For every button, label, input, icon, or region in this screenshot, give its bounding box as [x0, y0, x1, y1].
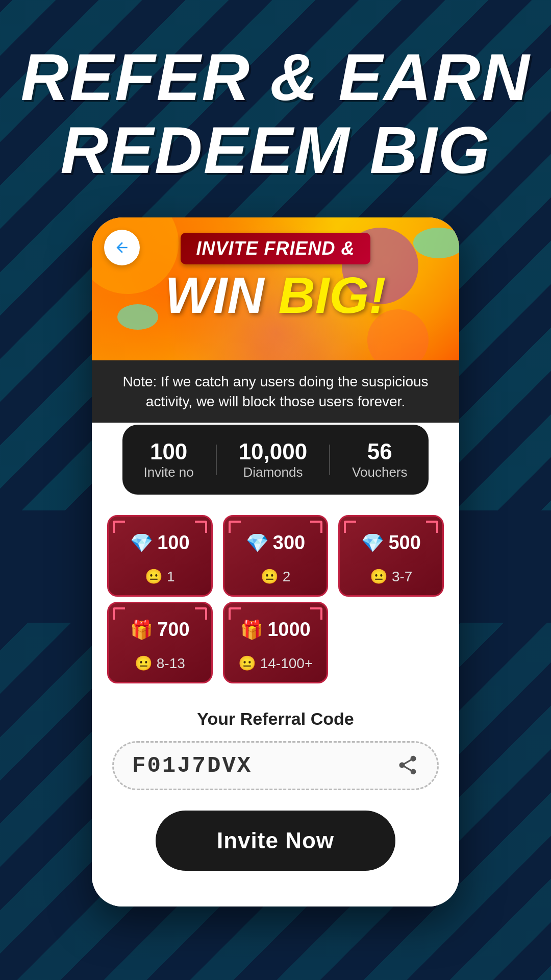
header-line2: REDEEM BIG	[20, 114, 530, 187]
reward-card-4: 🎁 700 😐 8-13	[107, 602, 213, 683]
invite-icon-3: 😐	[370, 568, 388, 585]
win-big-text: WIN BIG!	[107, 270, 444, 321]
referral-code-box: F01J7DVX	[112, 741, 439, 790]
header-block: REFER & EARN REDEEM BIG	[20, 41, 530, 187]
invite-now-button[interactable]: Invite Now	[156, 811, 395, 871]
reward-icon-4: 🎁	[130, 619, 153, 641]
note-banner: Note: If we catch any users doing the su…	[92, 360, 459, 423]
invite-friend-text: INVITE FRIEND &	[181, 233, 370, 264]
stat-invite-no: 100 Invite no	[143, 439, 193, 480]
reward-icon-1: 💎	[130, 532, 153, 554]
referral-label: Your Referral Code	[112, 709, 439, 729]
stat-vouchers: 56 Vouchers	[352, 439, 407, 480]
invite-icon-2: 😐	[261, 568, 279, 585]
stat-diamonds: 10,000 Diamonds	[239, 439, 308, 480]
reward-icon-2: 💎	[246, 532, 269, 554]
share-button[interactable]	[396, 754, 419, 778]
reward-card-3: 💎 500 😐 3-7	[338, 515, 444, 597]
referral-code: F01J7DVX	[132, 753, 252, 778]
invite-icon-5: 😐	[238, 655, 256, 672]
reward-icon-3: 💎	[361, 532, 384, 554]
invite-icon-4: 😐	[135, 655, 153, 672]
back-arrow-icon	[114, 239, 130, 256]
back-button[interactable]	[104, 230, 140, 265]
phone-mockup: INVITE FRIEND & WIN BIG! Note: If we cat…	[92, 217, 459, 906]
banner-area: INVITE FRIEND & WIN BIG!	[92, 217, 459, 360]
stats-row: 100 Invite no 10,000 Diamonds 56 Voucher…	[122, 425, 429, 495]
header-line1: REFER & EARN	[20, 41, 530, 114]
invite-icon-1: 😐	[145, 568, 163, 585]
reward-icon-5: 🎁	[240, 619, 263, 641]
reward-card-1: 💎 100 😐 1	[107, 515, 213, 597]
reward-card-2: 💎 300 😐 2	[223, 515, 329, 597]
rewards-grid-row2: 🎁 700 😐 8-13 🎁 1000 😐 14-100+	[92, 602, 459, 694]
rewards-grid-row1: 💎 100 😐 1 💎 300 😐 2	[92, 495, 459, 602]
share-icon	[396, 754, 419, 776]
referral-section: Your Referral Code F01J7DVX	[92, 694, 459, 800]
reward-card-5: 🎁 1000 😐 14-100+	[223, 602, 329, 683]
